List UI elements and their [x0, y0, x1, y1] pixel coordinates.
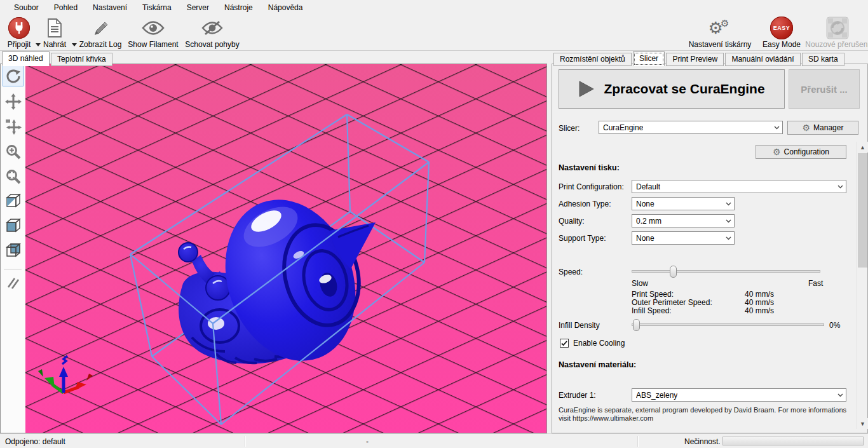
menu-view[interactable]: Pohled [46, 0, 85, 15]
move-icon [5, 93, 22, 110]
move-object-icon [5, 118, 22, 135]
infill-density-value: 0% [829, 321, 840, 330]
adhesion-select[interactable]: None [632, 197, 735, 210]
status-divider [637, 436, 638, 447]
gear-icon: ⚙ [773, 147, 781, 156]
extruder1-label: Extruder 1: [559, 391, 596, 400]
toolbar-divider [4, 269, 22, 269]
menu-printer[interactable]: Tiskárna [135, 0, 179, 15]
configuration-button[interactable]: ⚙ Configuration [756, 145, 846, 159]
iso-view-button[interactable] [3, 190, 24, 211]
menu-file[interactable]: Soubor [6, 0, 46, 15]
speed-label: Speed: [559, 268, 583, 276]
easy-mode-button[interactable]: EASY Easy Mode [756, 17, 807, 49]
control-tabs: Rozmístění objektů Slicer Print Preview … [553, 52, 844, 67]
status-bar: Odpojeno: default - Nečinnost. [0, 433, 868, 448]
quality-label: Quality: [559, 217, 585, 226]
slicer-select[interactable]: CuraEngine [599, 121, 783, 134]
parallel-projection-button[interactable] [3, 273, 24, 294]
connection-status: Odpojeno: default [5, 437, 65, 446]
tab-manual-control[interactable]: Manuální ovládání [725, 53, 800, 66]
slice-button[interactable]: Zpracovat se CuraEngine [559, 69, 785, 109]
chevron-down-icon [726, 236, 731, 240]
infill-density-slider-thumb[interactable] [633, 319, 640, 331]
print-speed-value: 40 mm/s [745, 290, 774, 299]
menu-tools[interactable]: Nástroje [217, 0, 261, 15]
view-tabs: 3D náhled Teplotní křivka [2, 52, 112, 67]
zoom-fit-button[interactable] [3, 166, 24, 187]
viewport-3d[interactable] [0, 64, 547, 433]
hide-travel-button[interactable]: Schovat pohyby [183, 17, 241, 49]
tab-print-preview[interactable]: Print Preview [666, 53, 724, 66]
chevron-down-icon [726, 219, 731, 223]
infill-density-label: Infill Density [559, 321, 600, 330]
print-speed-label: Print Speed: [632, 290, 674, 299]
extruder1-select[interactable]: ABS_zeleny [632, 388, 846, 402]
move-object-button[interactable] [3, 116, 24, 137]
support-select[interactable]: None [632, 231, 735, 245]
front-view-button[interactable] [3, 215, 24, 236]
plug-icon [8, 17, 30, 39]
toggle-log-button[interactable]: Zobrazit Log [78, 17, 123, 49]
tab-object-placement[interactable]: Rozmístění objektů [553, 53, 632, 66]
tab-slicer[interactable]: Slicer [633, 51, 665, 66]
easy-mode-icon: EASY [770, 17, 793, 39]
top-view-button[interactable] [3, 240, 24, 261]
support-label: Support Type: [559, 234, 606, 243]
menu-config[interactable]: Nastavení [85, 0, 135, 15]
scroll-thumb[interactable] [858, 153, 867, 268]
status-divider [245, 436, 245, 447]
emergency-stop-button: Nouzové přerušení [808, 17, 867, 49]
scroll-up-arrow[interactable]: ▲ [857, 142, 868, 153]
load-dropdown-caret[interactable] [72, 43, 77, 46]
curaengine-note: CuraEngine is separate, external program… [559, 406, 857, 423]
tab-sd-card[interactable]: SD karta [802, 53, 844, 66]
kill-slicing-button: Přerušit ... [789, 69, 860, 109]
infill-speed-label: Infill Speed: [632, 306, 672, 315]
tab-3d-view[interactable]: 3D náhled [2, 51, 50, 66]
outer-perimeter-speed-label: Outer Perimeter Speed: [632, 298, 712, 307]
connect-button[interactable]: Připojit [3, 17, 36, 49]
menu-server[interactable]: Server [179, 0, 217, 15]
print-config-select[interactable]: Default [632, 180, 846, 193]
load-button[interactable]: Nahrát [39, 17, 70, 49]
panel-scrollbar[interactable]: ▲ ▼ [857, 142, 867, 429]
infill-speed-value: 40 mm/s [745, 306, 774, 315]
tab-temperature-curve[interactable]: Teplotní křivka [51, 53, 112, 66]
printer-settings-button[interactable]: ⚙⚙ Nastavení tiskárny [688, 17, 752, 49]
print-config-label: Print Configuration: [559, 182, 624, 191]
play-icon [578, 80, 595, 98]
zoom-in-button[interactable] [3, 141, 24, 162]
slicer-panel: Zpracovat se CuraEngine Přerušit ... Sli… [552, 64, 868, 433]
speed-slow-label: Slow [632, 279, 648, 288]
move-view-button[interactable] [3, 91, 24, 112]
menu-help[interactable]: Nápověda [261, 0, 311, 15]
rotate-view-button[interactable] [3, 65, 24, 86]
document-icon [46, 17, 64, 39]
outer-perimeter-speed-value: 40 mm/s [745, 298, 774, 307]
menu-bar: Soubor Pohled Nastavení Tiskárna Server … [0, 0, 868, 15]
main-toolbar: Připojit Nahrát Zobrazit L [0, 15, 868, 51]
print-bed-canvas[interactable] [25, 64, 546, 433]
view-toolbar [1, 64, 25, 433]
gear-icon: ⚙ [803, 123, 811, 132]
repetier-host-window: Soubor Pohled Nastavení Tiskárna Server … [0, 0, 868, 448]
show-filament-button[interactable]: Show Filament [126, 17, 180, 49]
slicer-label: Slicer: [559, 124, 580, 133]
scene-3d [25, 64, 546, 433]
speed-slider-thumb[interactable] [670, 266, 677, 278]
scroll-down-arrow[interactable]: ▼ [857, 418, 868, 429]
enable-cooling-checkbox[interactable] [560, 339, 569, 348]
parallel-lines-icon [5, 275, 22, 292]
speed-fast-label: Fast [808, 279, 823, 288]
quality-select[interactable]: 0.2 mm [632, 214, 735, 227]
top-view-icon [4, 242, 22, 259]
zoom-fit-icon [5, 168, 22, 185]
eye-slash-icon [201, 17, 224, 39]
infill-density-slider-track[interactable] [632, 323, 824, 326]
speed-slider-track[interactable] [632, 270, 820, 273]
emergency-stop-icon [825, 17, 850, 39]
manager-button[interactable]: ⚙ Manager [787, 121, 858, 135]
print-settings-heading: Nastavení tisku: [559, 163, 620, 172]
check-icon [561, 341, 567, 346]
